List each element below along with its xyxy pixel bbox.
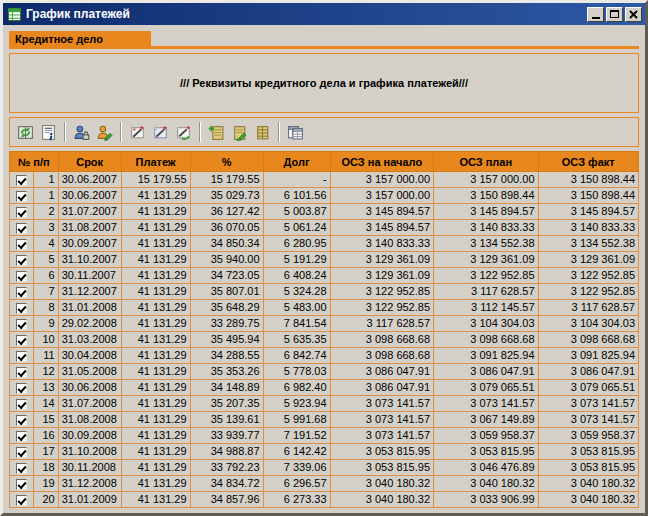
column-header-principal[interactable]: Долг [263, 152, 330, 172]
list-document-icon [254, 124, 271, 141]
user-edit-button[interactable] [93, 121, 116, 144]
table-row[interactable]: 331.08.200741 131.2936 070.055 061.243 1… [10, 220, 639, 236]
principal-amount: 6 280.95 [263, 236, 330, 252]
row-checkbox-checked[interactable] [16, 479, 27, 490]
wand-clear-button[interactable] [149, 121, 172, 144]
table-row[interactable]: 1031.03.200841 131.2935 495.945 635.353 … [10, 332, 639, 348]
interest-amount: 34 988.87 [190, 444, 263, 460]
row-checkbox-checked[interactable] [16, 431, 27, 442]
table-row[interactable]: 1431.07.200841 131.2935 207.355 923.943 … [10, 396, 639, 412]
minimize-button[interactable] [587, 7, 604, 22]
payment-amount: 41 131.29 [121, 396, 190, 412]
column-header-payment[interactable]: Платеж [121, 152, 190, 172]
column-header-interest[interactable]: % [190, 152, 263, 172]
table-row[interactable]: 1630.09.200841 131.2933 939.777 191.523 … [10, 428, 639, 444]
column-header-date[interactable]: Срок [58, 152, 121, 172]
table-row[interactable]: 531.10.200741 131.2935 940.005 191.293 1… [10, 252, 639, 268]
table-row[interactable]: 1830.11.200841 131.2933 792.237 339.063 … [10, 460, 639, 476]
row-checkbox-checked[interactable] [16, 255, 27, 266]
user-permissions-button[interactable] [70, 121, 93, 144]
balance-plan: 3 150 898.44 [434, 188, 538, 204]
row-number: 14 [34, 396, 58, 412]
row-list-button[interactable] [251, 121, 274, 144]
table-row[interactable]: 1531.08.200841 131.2935 139.615 991.683 … [10, 412, 639, 428]
refresh-data-button[interactable] [14, 121, 37, 144]
row-checkbox-checked[interactable] [16, 367, 27, 378]
document-info-button[interactable] [37, 121, 60, 144]
table-row[interactable]: 1130.04.200841 131.2934 288.556 842.743 … [10, 348, 639, 364]
payment-amount: 41 131.29 [121, 252, 190, 268]
table-row[interactable]: 1330.06.200841 131.2934 148.896 982.403 … [10, 380, 639, 396]
table-header-row: № п/п Срок Платеж % Долг ОСЗ на начало О… [10, 152, 639, 172]
row-checkbox-checked[interactable] [16, 319, 27, 330]
balance-fact: 3 040 180.32 [538, 476, 638, 492]
table-copy-button[interactable] [284, 121, 307, 144]
payments-table-container: № п/п Срок Платеж % Долг ОСЗ на начало О… [9, 151, 639, 508]
row-checkbox-cell [10, 220, 34, 236]
user-edit-icon [96, 124, 113, 141]
row-checkbox-cell [10, 316, 34, 332]
row-checkbox-checked[interactable] [16, 383, 27, 394]
row-checkbox-checked[interactable] [16, 447, 27, 458]
principal-amount: 6 101.56 [263, 188, 330, 204]
row-number: 19 [34, 476, 58, 492]
interest-amount: 35 807.01 [190, 284, 263, 300]
column-header-balance-plan[interactable]: ОСЗ план [434, 152, 538, 172]
credit-details-panel: /// Реквизиты кредитного дела и графика … [9, 53, 639, 113]
balance-plan: 3 079 065.51 [434, 380, 538, 396]
table-row[interactable]: 231.07.200741 131.2936 127.425 003.873 1… [10, 204, 639, 220]
table-row[interactable]: 1731.10.200841 131.2934 988.876 142.423 … [10, 444, 639, 460]
row-checkbox-checked[interactable] [16, 271, 27, 282]
table-row[interactable]: 130.06.200715 179.5515 179.55-3 157 000.… [10, 172, 639, 188]
wand-generate-button[interactable] [126, 121, 149, 144]
row-edit-button[interactable] [228, 121, 251, 144]
row-checkbox-checked[interactable] [16, 351, 27, 362]
column-header-balance-fact[interactable]: ОСЗ факт [538, 152, 638, 172]
table-row[interactable]: 1231.05.200841 131.2935 353.265 778.033 … [10, 364, 639, 380]
principal-amount: 7 339.06 [263, 460, 330, 476]
table-row[interactable]: 731.12.200741 131.2935 807.015 324.283 1… [10, 284, 639, 300]
tab-credit-case[interactable]: Кредитное дело [9, 31, 151, 48]
close-button[interactable] [625, 7, 642, 22]
wand-recalculate-button[interactable] [172, 121, 195, 144]
balance-plan: 3 073 141.57 [434, 396, 538, 412]
row-add-button[interactable] [205, 121, 228, 144]
balance-fact: 3 129 361.09 [538, 252, 638, 268]
table-row[interactable]: 2031.01.200941 131.2934 857.966 273.333 … [10, 492, 639, 508]
table-row[interactable]: 630.11.200741 131.2934 723.056 408.243 1… [10, 268, 639, 284]
row-checkbox-checked[interactable] [16, 335, 27, 346]
row-checkbox-cell [10, 300, 34, 316]
row-checkbox-checked[interactable] [16, 303, 27, 314]
row-checkbox-checked[interactable] [16, 463, 27, 474]
interest-amount: 33 792.23 [190, 460, 263, 476]
table-row[interactable]: 130.06.200741 131.2935 029.736 101.563 1… [10, 188, 639, 204]
column-header-number[interactable]: № п/п [10, 152, 59, 172]
spreadsheet-icon [7, 7, 22, 22]
balance-fact: 3 104 304.03 [538, 316, 638, 332]
row-number: 8 [34, 300, 58, 316]
balance-fact: 3 053 815.95 [538, 460, 638, 476]
payment-date: 31.08.2007 [58, 220, 121, 236]
row-checkbox-checked[interactable] [16, 175, 27, 186]
row-checkbox-checked[interactable] [16, 495, 27, 506]
row-checkbox-checked[interactable] [16, 191, 27, 202]
table-row[interactable]: 831.01.200841 131.2935 648.295 483.003 1… [10, 300, 639, 316]
table-row[interactable]: 929.02.200841 131.2933 289.757 841.543 1… [10, 316, 639, 332]
balance-start: 3 086 047.91 [330, 380, 433, 396]
row-checkbox-checked[interactable] [16, 399, 27, 410]
balance-start: 3 157 000.00 [330, 188, 433, 204]
row-checkbox-checked[interactable] [16, 287, 27, 298]
table-row[interactable]: 1931.12.200841 131.2934 834.726 296.573 … [10, 476, 639, 492]
column-header-balance-start[interactable]: ОСЗ на начало [330, 152, 433, 172]
row-checkbox-checked[interactable] [16, 415, 27, 426]
balance-fact: 3 079 065.51 [538, 380, 638, 396]
row-checkbox-checked[interactable] [16, 207, 27, 218]
row-checkbox-checked[interactable] [16, 239, 27, 250]
maximize-button[interactable] [606, 7, 623, 22]
row-checkbox-checked[interactable] [16, 223, 27, 234]
table-row[interactable]: 430.09.200741 131.2934 850.346 280.953 1… [10, 236, 639, 252]
payment-amount: 41 131.29 [121, 268, 190, 284]
row-checkbox-cell [10, 172, 34, 188]
payment-amount: 15 179.55 [121, 172, 190, 188]
titlebar[interactable]: График платежей [3, 3, 645, 25]
